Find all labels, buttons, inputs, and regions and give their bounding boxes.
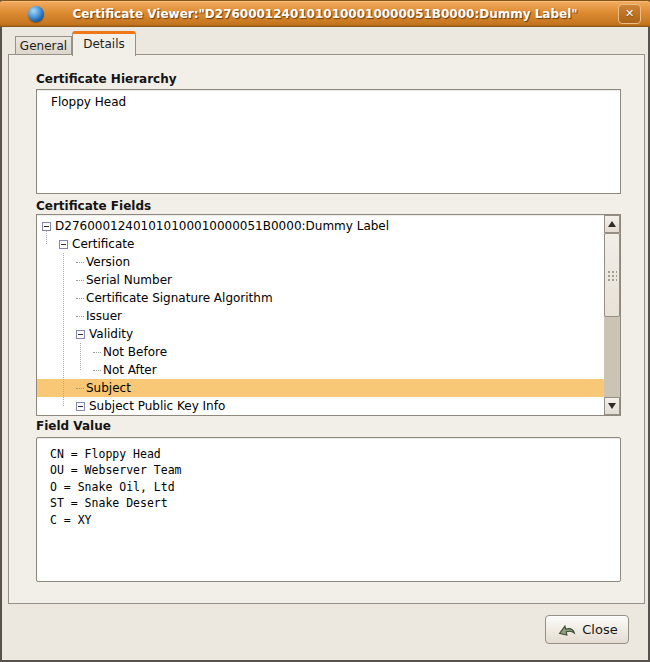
close-window-button[interactable]: ✕ <box>618 4 641 24</box>
tree-item-label: Validity <box>89 325 133 343</box>
tree-connector <box>76 298 84 299</box>
tree-item-label: Subject Public Key Info <box>89 397 225 415</box>
field-value-text: CN = Floppy Head OU = Webserver Team O =… <box>37 438 620 528</box>
hierarchy-item[interactable]: Floppy Head <box>37 90 620 109</box>
tree-connector <box>76 316 84 317</box>
certificate-fields-label: Certificate Fields <box>36 199 151 213</box>
grip-dots-icon <box>607 270 617 281</box>
tree-item-label: Not Before <box>103 343 167 361</box>
tree-guide-line <box>80 343 81 370</box>
field-value-label: Field Value <box>36 419 111 433</box>
tree-guide-line <box>63 253 64 406</box>
close-arrow-icon <box>556 621 577 638</box>
tree-item-label: Not After <box>103 361 157 379</box>
tree-item[interactable]: Serial Number <box>37 271 604 289</box>
tree-item[interactable]: Certificate Signature Algorithm <box>37 289 604 307</box>
scroll-down-button[interactable] <box>604 397 620 415</box>
collapse-icon[interactable] <box>59 240 68 249</box>
tree-item-label: Certificate <box>72 235 134 253</box>
close-button-label: Close <box>582 622 617 637</box>
tree-item-label: Serial Number <box>86 271 172 289</box>
tree-item-label: Certificate Signature Algorithm <box>86 289 273 307</box>
collapse-icon[interactable] <box>76 330 85 339</box>
tree-guide-line <box>46 230 47 244</box>
details-tab-panel: Certificate Hierarchy Floppy Head Certif… <box>8 54 645 604</box>
tab-general[interactable]: General <box>15 36 72 55</box>
tree-connector <box>76 280 84 281</box>
tree-item[interactable]: Issuer <box>37 307 604 325</box>
tree-connector <box>93 370 101 371</box>
collapse-icon[interactable] <box>42 222 51 231</box>
tree-item-label: Subject <box>86 379 131 397</box>
collapse-icon[interactable] <box>76 402 85 411</box>
tree-item[interactable]: Subject Public Key Info <box>37 397 604 415</box>
certificate-fields-box: D27600012401010100010000051B0000:Dummy L… <box>36 214 621 416</box>
tree-connector <box>76 262 84 263</box>
tree-connector <box>93 352 101 353</box>
tree-item[interactable]: Not After <box>37 361 604 379</box>
globe-icon <box>28 6 44 22</box>
field-value-box[interactable]: CN = Floppy Head OU = Webserver Team O =… <box>36 437 621 582</box>
tab-details[interactable]: Details <box>72 31 136 56</box>
tree-connector <box>76 388 84 389</box>
tree-item[interactable]: Not Before <box>37 343 604 361</box>
tree-item-selected[interactable]: Subject <box>37 379 604 397</box>
close-button[interactable]: Close <box>545 615 629 644</box>
tree-item[interactable]: Version <box>37 253 604 271</box>
tree-item-label: D27600012401010100010000051B0000:Dummy L… <box>55 217 389 235</box>
hierarchy-list: Floppy Head <box>37 90 620 109</box>
certificate-viewer-window: Certificate Viewer:"D2760001240101010001… <box>0 0 650 662</box>
window-title: Certificate Viewer:"D2760001240101010001… <box>50 1 600 27</box>
tree-item-label: Issuer <box>86 307 122 325</box>
certificate-hierarchy-list[interactable]: Floppy Head <box>36 89 621 194</box>
scrollbar-thumb[interactable] <box>604 233 620 317</box>
tree-item[interactable]: D27600012401010100010000051B0000:Dummy L… <box>37 217 604 235</box>
tree-item[interactable]: Validity <box>37 325 604 343</box>
scroll-up-button[interactable] <box>604 215 620 233</box>
certificate-hierarchy-label: Certificate Hierarchy <box>36 72 177 86</box>
certificate-fields-tree: D27600012401010100010000051B0000:Dummy L… <box>37 215 604 415</box>
vertical-scrollbar[interactable] <box>604 215 620 415</box>
tree-item[interactable]: Certificate <box>37 235 604 253</box>
arrow-down-icon <box>608 403 616 409</box>
tree-item-label: Version <box>86 253 130 271</box>
titlebar[interactable]: Certificate Viewer:"D2760001240101010001… <box>0 0 650 27</box>
arrow-up-icon <box>608 221 616 227</box>
